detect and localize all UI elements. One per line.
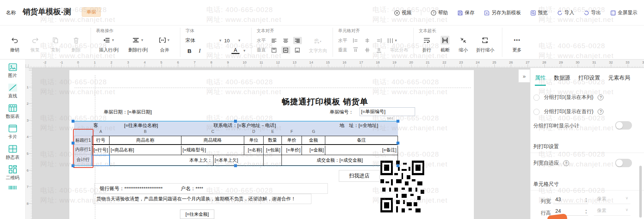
col-width-steppers[interactable]: ▲▼ <box>585 197 587 203</box>
field-cell[interactable]: [=单价] <box>282 146 302 155</box>
handle-top-center[interactable] <box>234 120 237 123</box>
row-height-steppers[interactable]: ▲▼ <box>585 209 587 214</box>
sidebar-item-card[interactable]: 卡片 <box>8 124 17 140</box>
doc-title[interactable]: 畅捷通打印模板 销货单 <box>201 96 449 107</box>
save-button[interactable]: 保存 <box>457 9 475 16</box>
undo-button[interactable]: 撤销 <box>5 36 24 53</box>
header-cell[interactable]: 金额 <box>302 136 325 144</box>
field-cell[interactable]: [=包装] <box>264 146 282 155</box>
sidebar-item-partial[interactable] <box>8 186 17 189</box>
panel-scrollbar[interactable] <box>639 166 642 218</box>
video-button[interactable]: 视频 <box>394 9 411 16</box>
export-button[interactable]: 导出 <box>584 9 601 16</box>
total-empty-cell[interactable] <box>264 155 282 165</box>
terms-row[interactable]: 货物当天请验收清楚，产品质量问题请在一个月内退换，逾期概不负责，还望谅解，谢谢合… <box>93 194 311 204</box>
font-size-select[interactable]: 10▼ <box>224 38 241 43</box>
band-customer-value[interactable]: [=往来单位名称] <box>124 122 158 129</box>
tab-datasource[interactable]: 数据源 <box>554 74 570 86</box>
insert-row-col-button[interactable]: ▼ 插入行/列 <box>96 36 122 53</box>
truncate-button[interactable]: 截断 <box>437 36 453 53</box>
cell-valign-bottom-icon[interactable] <box>375 46 383 54</box>
group-print-col-radio[interactable] <box>533 95 540 101</box>
header-cell[interactable]: 商品名称 <box>110 136 181 144</box>
valign-top-button[interactable] <box>270 46 279 54</box>
field-cell[interactable]: [=行号] <box>92 146 110 155</box>
valign-middle-button[interactable] <box>281 46 290 54</box>
help-circle-icon[interactable]: ? <box>563 160 569 166</box>
cell-align-center-h-icon[interactable] <box>363 37 372 44</box>
date-field[interactable]: 单据日期：[=单据日期] <box>104 109 152 115</box>
cell-valign-top-icon[interactable] <box>351 46 360 54</box>
redo-button[interactable]: 恢复 <box>26 36 45 53</box>
bold-button[interactable]: B <box>185 48 193 54</box>
field-cell[interactable]: [=规格型号] <box>181 146 244 155</box>
handle-mid-left[interactable] <box>72 142 74 145</box>
fullscreen-button[interactable]: 全屏显示 <box>610 9 637 16</box>
wrap-shrink-button[interactable]: 折行缩小 <box>474 36 497 53</box>
owe-value-cell[interactable]: [=本单上欠] <box>214 155 264 165</box>
help-circle-icon[interactable]: ? <box>598 109 603 115</box>
font-color-caret[interactable]: ▼ <box>243 49 246 53</box>
doc-no-field[interactable]: [=单据编号] <box>360 107 415 116</box>
merge-cells-button[interactable]: ▼ 合并 <box>154 36 175 53</box>
handle-bottom-left[interactable] <box>72 164 74 167</box>
field-cell[interactable]: [=金额] <box>302 146 325 155</box>
handle-top-left[interactable] <box>72 120 74 123</box>
header-cell[interactable]: 单位 <box>244 136 264 144</box>
group-print-row-radio[interactable] <box>533 109 540 115</box>
handle-bottom-right[interactable] <box>396 164 399 167</box>
font-family-select[interactable]: 宋体▼ <box>185 37 222 44</box>
preview-button[interactable]: 预览 <box>530 9 548 16</box>
col-width-unit-select[interactable]: 像素∨ <box>594 196 630 204</box>
sidebar-item-qrcode[interactable]: 二维码 <box>6 165 20 181</box>
field-cell[interactable]: [=名称] <box>244 146 264 155</box>
cell-align-right-icon[interactable] <box>375 37 383 44</box>
band-customer[interactable]: 客 <box>93 122 98 129</box>
qr-caption-box[interactable]: 扫我进店 <box>339 170 380 182</box>
align-left-button[interactable] <box>270 37 279 44</box>
font-color-button[interactable]: A <box>231 47 239 54</box>
handle-top-right[interactable] <box>396 120 399 123</box>
tab-element-layout[interactable]: 元素布局 <box>608 74 630 86</box>
handle-bottom-center[interactable] <box>234 164 237 167</box>
import-button[interactable]: 导入 <box>557 9 574 16</box>
table-total-row[interactable]: 本单上欠： [=本单上欠] 成交金额：[=成交金额] <box>92 155 398 166</box>
tab-properties[interactable]: 属性 <box>535 74 546 86</box>
handle-mid-right[interactable] <box>396 142 399 145</box>
cell-align-left-icon[interactable] <box>351 37 360 44</box>
copy-button[interactable]: 复制 <box>46 36 65 53</box>
align-center-button[interactable] <box>281 37 290 44</box>
field-cell[interactable]: [=商品名称] <box>110 146 181 155</box>
amount-field[interactable]: [=往来金额] <box>180 210 214 219</box>
sidebar-item-line[interactable]: 直线 <box>8 84 17 99</box>
delete-row-col-button[interactable]: ▼ 删除行/列 <box>125 36 151 53</box>
bank-account-row[interactable]: 银行账号：******************** 户名：**** <box>94 183 328 194</box>
align-right-button[interactable] <box>293 37 302 44</box>
valign-bottom-button[interactable] <box>293 46 302 54</box>
qr-code[interactable] <box>380 161 424 212</box>
row-height-unit-select[interactable]: 像素∨ <box>594 207 630 216</box>
panel-collapse-button[interactable]: » <box>518 69 530 82</box>
sidebar-item-data-table[interactable]: 数据表 <box>6 104 20 120</box>
template-page[interactable]: 畅捷通打印模板 销货单 单据日期：[=单据日期] 单据编号： [=单据编号] t… <box>69 70 474 219</box>
header-cell[interactable]: 单价 <box>282 136 302 144</box>
cell-valign-middle-icon[interactable] <box>363 46 372 54</box>
header-cell[interactable]: 行号 <box>92 136 110 144</box>
header-cell[interactable]: 商品规格 <box>181 136 244 144</box>
selected-cell-outline[interactable] <box>92 155 110 166</box>
tab-print-settings[interactable]: 打印设置 <box>578 74 600 86</box>
owe-label-cell[interactable]: 本单上欠： <box>110 155 214 165</box>
band-phone[interactable]: 联系电话：[=客户地址－电话] <box>214 122 276 129</box>
italic-button[interactable]: I <box>196 48 204 54</box>
design-canvas[interactable]: 畅捷通打印模板 销货单 单据日期：[=单据日期] 单据编号： [=单据编号] t… <box>32 68 530 219</box>
columns-distribute-icon[interactable]: ▼ <box>386 37 399 44</box>
subtotal-toggle[interactable] <box>615 121 632 130</box>
shrink-button[interactable]: 缩小 <box>455 36 471 53</box>
table-content-row[interactable]: [=行号] [=商品名称] [=规格型号] [=名称] [=包装] [=单价] … <box>92 146 398 155</box>
header-cell[interactable]: 数量 <box>264 136 282 144</box>
customer-band[interactable]: 客 [=往来单位名称] 联系电话：[=客户地址－电话] 地 址：[=全地址] A… <box>74 121 398 136</box>
header-cell[interactable]: 备注 <box>325 136 398 144</box>
text-direction-button[interactable]: ab▾ 文字方向 <box>308 36 327 55</box>
help-circle-icon[interactable]: ? <box>598 95 603 100</box>
field-cell[interactable]: [=备注] <box>325 146 398 155</box>
